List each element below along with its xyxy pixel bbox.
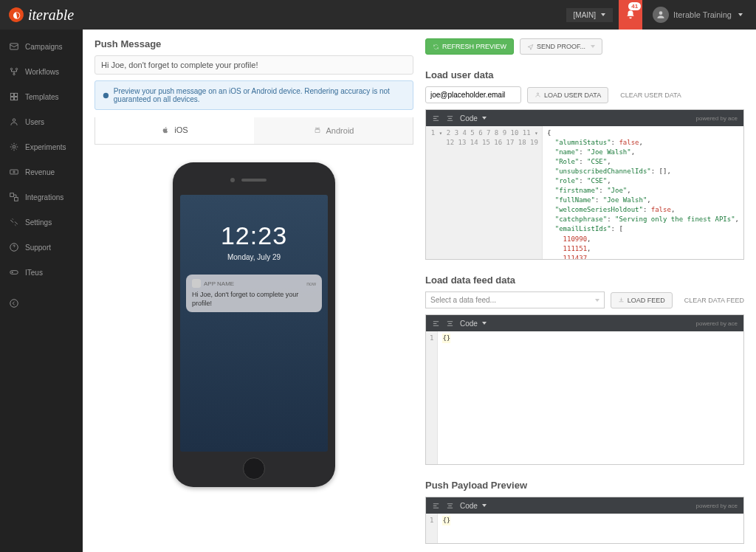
powered-by: powered by ace — [696, 320, 738, 327]
user-email-input[interactable] — [425, 86, 521, 103]
integrations-icon — [9, 192, 19, 202]
code-mode-dropdown[interactable]: Code — [460, 502, 487, 510]
info-icon — [103, 92, 109, 100]
code-mode-dropdown[interactable]: Code — [460, 114, 487, 123]
sidebar-item-experiments[interactable]: Experiments — [0, 134, 83, 159]
svg-rect-5 — [10, 93, 13, 96]
svg-point-3 — [16, 68, 17, 69]
chevron-down-icon — [595, 299, 599, 302]
clear-feed-link[interactable]: CLEAR DATA FEED — [684, 297, 744, 304]
logo-mark-icon: ◐ — [7, 6, 24, 23]
align-center-icon[interactable] — [446, 502, 454, 510]
powered-by: powered by ace — [696, 503, 738, 509]
align-left-icon[interactable] — [432, 502, 440, 510]
sidebar-item-iteus[interactable]: ITeus — [0, 260, 83, 285]
project-name: [MAIN] — [574, 11, 597, 19]
avatar — [653, 7, 669, 23]
load-feed-title: Load data feed data — [425, 275, 744, 286]
code-line: {} — [442, 334, 450, 343]
sidebar-label: Campaigns — [25, 43, 63, 51]
sidebar-label: Settings — [25, 218, 52, 227]
sidebar-label: Revenue — [25, 168, 55, 176]
code-mode-dropdown[interactable]: Code — [460, 320, 487, 328]
download-icon — [618, 297, 625, 303]
sidebar-label: Templates — [25, 93, 59, 101]
info-banner: Preview your push message on an iOS or A… — [94, 80, 413, 110]
phone-camera-icon — [230, 178, 235, 182]
button-label: LOAD FEED — [628, 297, 665, 304]
svg-rect-1 — [10, 44, 18, 49]
android-icon — [313, 125, 322, 136]
chevron-down-icon — [482, 504, 487, 507]
sidebar-collapse-button[interactable] — [0, 291, 83, 318]
sidebar-label: ITeus — [25, 269, 43, 277]
project-selector[interactable]: [MAIN] — [566, 8, 614, 22]
chevron-down-icon — [482, 117, 487, 120]
user-code-editor[interactable]: 1 ▾ 2 3 4 5 6 7 8 9 10 11 ▾ 12 13 14 15 … — [426, 126, 743, 259]
tab-android[interactable]: Android — [254, 117, 413, 144]
main-content: Push Message Preview your push message o… — [83, 30, 756, 552]
game-icon — [9, 267, 19, 277]
svg-rect-6 — [15, 93, 18, 96]
logo[interactable]: ◐ iterable — [9, 7, 74, 24]
push-message-title: Push Message — [94, 38, 413, 49]
svg-point-4 — [13, 73, 15, 75]
svg-rect-16 — [10, 271, 18, 275]
sidebar-item-templates[interactable]: Templates — [0, 84, 83, 109]
push-message-input[interactable] — [94, 55, 413, 75]
tab-label: Android — [326, 126, 354, 135]
payload-code-editor[interactable]: 1 {} — [426, 514, 743, 543]
svg-point-9 — [13, 119, 16, 122]
notifications-button[interactable]: 41 — [619, 0, 642, 30]
feed-select[interactable]: Select a data feed... — [425, 291, 605, 308]
align-center-icon[interactable] — [446, 114, 454, 123]
phone-mock: 12:23 Monday, July 29 APP NAME now Hi Jo… — [173, 162, 335, 487]
app-name: APP NAME — [204, 280, 234, 287]
sidebar-item-workflows[interactable]: Workflows — [0, 59, 83, 84]
svg-rect-11 — [10, 170, 18, 174]
svg-point-12 — [13, 171, 15, 173]
feed-code-editor[interactable]: 1 {} — [426, 331, 743, 464]
load-feed-button[interactable]: LOAD FEED — [611, 292, 673, 308]
sidebar-item-integrations[interactable]: Integrations — [0, 184, 83, 210]
button-label: LOAD USER DATA — [544, 92, 601, 99]
send-proof-button[interactable]: SEND PROOF... — [520, 38, 602, 55]
phone-speaker-icon — [241, 179, 267, 182]
align-center-icon[interactable] — [446, 320, 454, 328]
revenue-icon — [9, 167, 19, 177]
tab-ios[interactable]: iOS — [95, 117, 254, 144]
push-notification-card: APP NAME now Hi Joe, don't forget to com… — [186, 275, 322, 312]
align-left-icon[interactable] — [432, 114, 440, 123]
svg-rect-8 — [15, 97, 18, 100]
clear-user-link[interactable]: CLEAR USER DATA — [620, 92, 681, 99]
user-icon — [535, 92, 541, 98]
workflows-icon — [9, 66, 19, 77]
svg-point-2 — [10, 68, 12, 69]
user-name: Iterable Training — [673, 10, 732, 19]
device-tabs: iOS Android — [94, 117, 413, 145]
user-code-panel: Code powered by ace 1 ▾ 2 3 4 5 6 7 8 9 … — [425, 109, 744, 260]
feed-placeholder: Select a data feed... — [430, 296, 496, 304]
sidebar-item-support[interactable]: Support — [0, 235, 83, 260]
chevron-down-icon — [738, 13, 743, 16]
apple-icon — [161, 125, 170, 135]
refresh-preview-button[interactable]: REFRESH PREVIEW — [425, 38, 514, 55]
svg-point-19 — [537, 93, 538, 94]
load-user-button[interactable]: LOAD USER DATA — [527, 87, 608, 103]
send-icon — [527, 44, 534, 50]
lock-time: 12:23 — [180, 221, 328, 250]
align-left-icon[interactable] — [432, 320, 440, 328]
svg-rect-7 — [10, 97, 13, 100]
sidebar-label: Experiments — [25, 143, 66, 151]
sidebar-item-revenue[interactable]: Revenue — [0, 159, 83, 184]
sidebar-item-campaigns[interactable]: Campaigns — [0, 34, 83, 59]
user-menu[interactable]: Iterable Training — [648, 7, 747, 23]
chevron-down-icon — [482, 322, 487, 325]
sidebar-label: Users — [25, 118, 44, 126]
support-icon — [9, 242, 19, 252]
sidebar-item-users[interactable]: Users — [0, 109, 83, 134]
settings-icon — [9, 217, 19, 227]
feed-code-panel: Code powered by ace 1 {} — [425, 314, 744, 465]
svg-rect-14 — [15, 198, 18, 201]
sidebar-item-settings[interactable]: Settings — [0, 210, 83, 235]
